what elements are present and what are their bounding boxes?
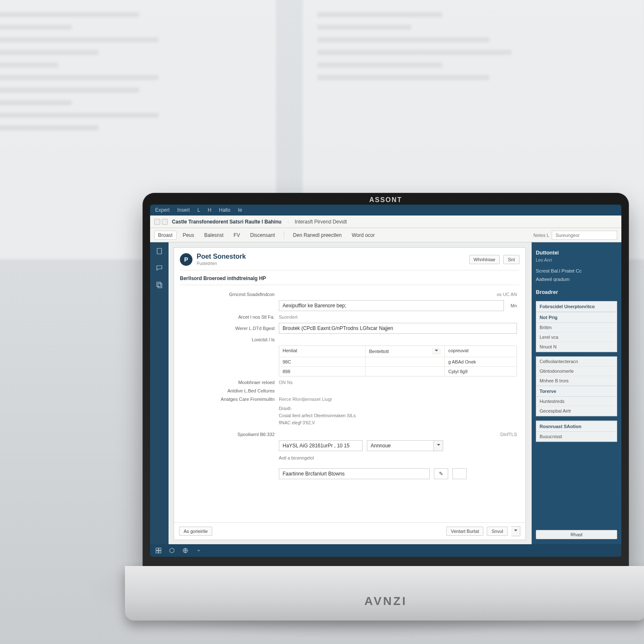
laptop-frame: ASSONT Expert Insert L H Hallo Ie Castle… bbox=[143, 193, 629, 570]
document-panel: P Poet Sonestork Pustedrten Whnhlniae Sn… bbox=[174, 247, 526, 540]
panel2-top-0[interactable]: Celfoolantecteracn bbox=[536, 357, 617, 366]
svg-rect-2 bbox=[158, 283, 162, 288]
menu-hallo[interactable]: Hallo bbox=[219, 207, 230, 213]
grid-r3c1[interactable]: 898 bbox=[279, 367, 365, 376]
label-f4: Werer L.DTd Bgest bbox=[182, 326, 275, 331]
header-action-2[interactable]: Snt bbox=[503, 255, 519, 264]
left-rail bbox=[150, 242, 169, 544]
taskbar-chevron-icon[interactable] bbox=[195, 547, 202, 554]
rail-chat-icon[interactable] bbox=[155, 263, 164, 273]
dropdown-f9-value: Annnoue bbox=[371, 443, 391, 449]
header-action-1[interactable]: Whnhlniae bbox=[469, 255, 500, 264]
grid-r1c1[interactable]: Hentiat bbox=[279, 346, 365, 357]
dropdown-f9-icon[interactable] bbox=[434, 440, 443, 451]
grid-r2c1[interactable]: 98C bbox=[279, 357, 365, 366]
value-f6: ON Ns bbox=[279, 380, 293, 385]
svg-rect-5 bbox=[156, 551, 158, 553]
input-f4-value: Broutek (CPcB Eaxnt:G/nPTrodns LGfxcar N… bbox=[283, 325, 393, 331]
input-f2[interactable]: Aexipufflor ke Barenore bep; bbox=[279, 300, 504, 311]
note-2: Cosial llent arfect Oteetmorreaken SILs bbox=[279, 412, 517, 419]
laptop-brand-top: ASSONT bbox=[369, 196, 402, 204]
window-forward-button[interactable] bbox=[162, 219, 168, 225]
menu-ie[interactable]: Ie bbox=[238, 207, 242, 213]
section-title: Berllsord Broeroed inthdtreinalg HP bbox=[174, 272, 525, 283]
note-4: Aotl a bicenngetol bbox=[279, 454, 517, 462]
toolbar-item-discensant[interactable]: Discensant bbox=[246, 231, 278, 240]
side-footer-button[interactable]: Rhast bbox=[536, 530, 617, 539]
toolbar-item-broast[interactable]: Broast bbox=[154, 231, 177, 240]
menu-bar: Expert Insert L H Hallo Ie bbox=[150, 205, 621, 216]
value-f8: Rerce Rlordjiemaset Liugr bbox=[279, 397, 332, 402]
panel1-item-0[interactable]: Brittm bbox=[536, 323, 617, 332]
panel2-item-1[interactable]: Gecespbal Airtr bbox=[536, 406, 617, 416]
toolbar-search-input[interactable] bbox=[552, 231, 617, 240]
input-f9[interactable]: HaYSL AiG 28161urPr , 10 15 bbox=[279, 440, 363, 451]
allocation-grid: Hentiat Bentettott copreuvat 98C g bbox=[279, 345, 517, 377]
toolbar-item-fv[interactable]: FV bbox=[230, 231, 244, 240]
unit-f2: Mn bbox=[508, 303, 517, 308]
taskbar-circle-icon[interactable] bbox=[169, 547, 175, 554]
dropdown-f9[interactable]: Annnoue bbox=[367, 440, 434, 451]
toolbar-item-peus[interactable]: Peus bbox=[179, 231, 198, 240]
taskbar-start-icon[interactable] bbox=[155, 547, 162, 554]
menu-expert[interactable]: Expert bbox=[155, 207, 170, 213]
page-badge: P bbox=[180, 253, 192, 266]
svg-point-7 bbox=[170, 548, 174, 553]
menu-l[interactable]: L bbox=[197, 207, 200, 213]
menu-h[interactable]: H bbox=[208, 207, 211, 213]
label-f8: Anatges Care Froreimulitn bbox=[182, 397, 275, 402]
grid-r2c3: g ABAd Onek bbox=[444, 357, 517, 366]
page-subtitle: Pustedrten bbox=[197, 261, 246, 266]
footer-right-button[interactable]: Snvul bbox=[487, 527, 508, 536]
rail-document-icon[interactable] bbox=[155, 247, 164, 256]
side-section2: Broadrer bbox=[536, 289, 617, 295]
grid-r2c2[interactable] bbox=[365, 357, 444, 366]
footer-right-dropdown[interactable] bbox=[511, 526, 520, 536]
footer-mid-button[interactable]: Ventart Burtat bbox=[446, 527, 483, 536]
side-panel-3: Rosnruast SAotion Busucnisst bbox=[536, 421, 617, 442]
panel3-item-0[interactable]: Busucnisst bbox=[536, 432, 617, 441]
toolbar-item-denranedl[interactable]: Den Ranedl preectlen bbox=[289, 231, 345, 240]
panel1-item-2[interactable]: Nnuot N bbox=[536, 342, 617, 352]
panel3-header: Rosnruast SAotion bbox=[536, 421, 617, 432]
grid-r1c3: copreuvat bbox=[444, 346, 517, 357]
label-f3: Arcet l nos Stl Fa. bbox=[182, 314, 275, 319]
svg-rect-0 bbox=[157, 248, 162, 254]
toolbar-item-balesnst[interactable]: Balesnst bbox=[200, 231, 227, 240]
properties-pane: Duttontei Leo Anri Screst Bal.l Pratet C… bbox=[532, 242, 621, 544]
side-panel-1: Fobrscidel Unerptonritco Not Prig Brittm… bbox=[536, 301, 617, 352]
grid-r1c2: Bentettott bbox=[369, 349, 389, 354]
grid-r3c2[interactable] bbox=[365, 367, 444, 376]
rail-copy-icon[interactable] bbox=[155, 280, 164, 289]
panel2-top-1[interactable]: Gtintodonomerle bbox=[536, 366, 617, 376]
laptop-brand-bottom: AVNZI bbox=[364, 595, 407, 608]
side-link-2[interactable]: Aatteeil qradum bbox=[536, 277, 617, 282]
footer-left-button[interactable]: As gorieirlie bbox=[179, 527, 212, 536]
side-panel-2: Celfoolantecteracn Gtintodonomerle Mnhee… bbox=[536, 356, 617, 416]
label-f9: Spooliwrnl B6:332 bbox=[182, 432, 275, 437]
grid-r1-dropdown[interactable] bbox=[432, 348, 441, 355]
signature-edit-icon[interactable]: ✎ bbox=[434, 468, 448, 479]
taskbar bbox=[150, 544, 621, 557]
label-f5: Loxictst / ls bbox=[182, 337, 275, 342]
window-back-button[interactable] bbox=[154, 219, 160, 225]
side-link-1[interactable]: Screst Bal.l Pratet Cc bbox=[536, 268, 617, 273]
signature-aux[interactable] bbox=[452, 468, 467, 479]
grid-r3c3: Cplyl 8g9 bbox=[444, 367, 517, 376]
signature-field[interactable]: Faartinne Brcfanlurt Btowns bbox=[279, 468, 430, 479]
toolbar-item-wordocor[interactable]: Word ocor bbox=[348, 231, 379, 240]
taskbar-globe-icon[interactable] bbox=[182, 547, 189, 554]
label-f6: Moobhraer reloed bbox=[182, 380, 275, 385]
toolbar-search-label: Netes L bbox=[533, 233, 549, 238]
panel2-header: Torerve bbox=[536, 386, 617, 397]
svg-rect-4 bbox=[159, 548, 161, 550]
panel2-item-0[interactable]: Huntestreds bbox=[536, 397, 617, 406]
input-f2-value: Aexipufflor ke Barenore bep; bbox=[283, 303, 346, 309]
note-3: fINAC elegf 3'62,V bbox=[279, 419, 517, 426]
input-f4[interactable]: Broutek (CPcB Eaxnt:G/nPTrodns LGfxcar N… bbox=[279, 323, 517, 334]
side-heading: Duttontei bbox=[536, 250, 617, 256]
menu-insert[interactable]: Insert bbox=[177, 207, 190, 213]
sublabel-f3: Suondert bbox=[279, 314, 298, 319]
aside-f9: DinfTLS bbox=[500, 432, 517, 437]
panel1-item-1[interactable]: Lerel vca bbox=[536, 332, 617, 342]
